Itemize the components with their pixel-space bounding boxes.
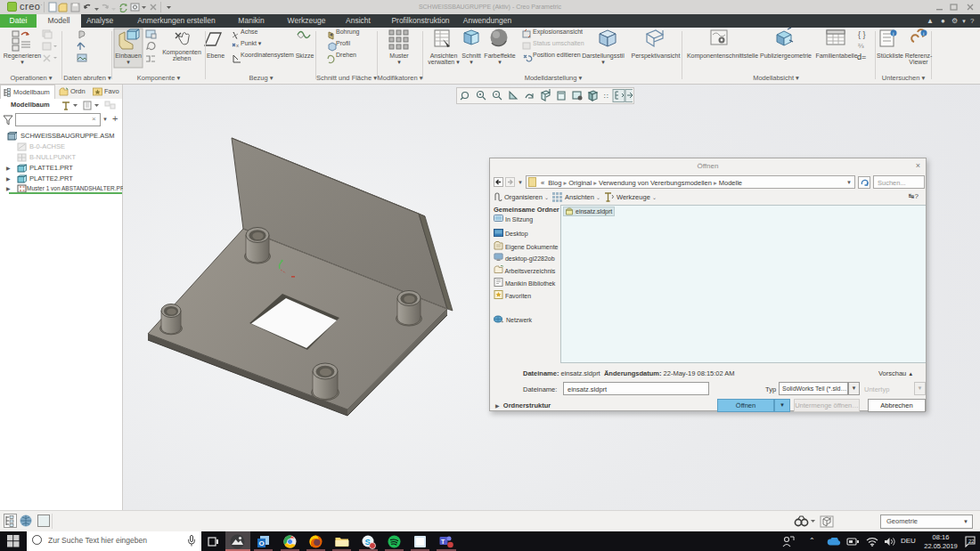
svg-text:∷: ∷ [604,93,608,101]
svg-text:O: O [259,539,265,547]
svg-text:T: T [441,539,445,545]
svg-text:22: 22 [968,539,975,544]
